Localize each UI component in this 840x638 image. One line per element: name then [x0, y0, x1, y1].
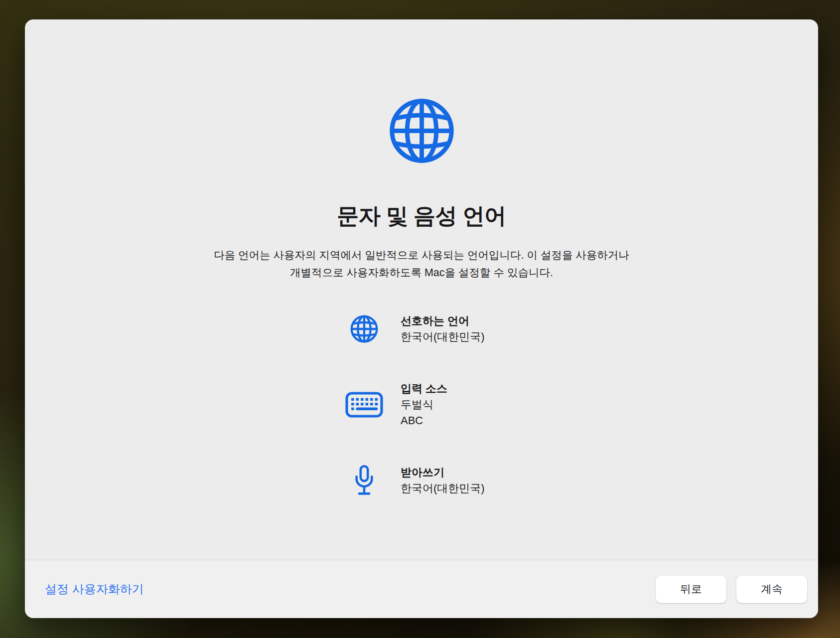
globe-icon: [387, 96, 456, 165]
dictation-label: 받아쓰기: [401, 465, 485, 480]
input-sources-row: 입력 소스 두벌식 ABC: [345, 381, 485, 429]
input-source-value-abc: ABC: [401, 413, 447, 429]
preferred-language-value: 한국어(대한민국): [401, 329, 485, 345]
microphone-icon: [345, 465, 383, 496]
continue-button[interactable]: 계속: [736, 576, 807, 603]
keyboard-icon: [345, 392, 383, 418]
globe-icon: [345, 314, 383, 344]
preferred-language-label: 선호하는 언어: [401, 313, 485, 329]
page-title: 문자 및 음성 언어: [25, 201, 818, 231]
dictation-text: 받아쓰기 한국어(대한민국): [401, 465, 485, 496]
back-button[interactable]: 뒤로: [656, 576, 726, 603]
language-settings-list: 선호하는 언어 한국어(대한민국): [345, 313, 485, 532]
setup-assistant-dialog: 문자 및 음성 언어 다음 언어는 사용자의 지역에서 일반적으로 사용되는 언…: [25, 19, 818, 618]
page-description-line2: 개별적으로 사용자화하도록 Mac을 설정할 수 있습니다.: [290, 267, 553, 279]
dictation-row: 받아쓰기 한국어(대한민국): [345, 465, 485, 496]
input-sources-text: 입력 소스 두벌식 ABC: [401, 381, 447, 429]
hero-section: 문자 및 음성 언어 다음 언어는 사용자의 지역에서 일반적으로 사용되는 언…: [25, 96, 818, 282]
customize-settings-link[interactable]: 설정 사용자화하기: [45, 581, 144, 597]
page-description-line1: 다음 언어는 사용자의 지역에서 일반적으로 사용되는 언어입니다. 이 설정을…: [214, 249, 629, 261]
preferred-language-row: 선호하는 언어 한국어(대한민국): [345, 313, 485, 345]
desktop-background: 문자 및 음성 언어 다음 언어는 사용자의 지역에서 일반적으로 사용되는 언…: [0, 0, 840, 638]
input-sources-label: 입력 소스: [401, 381, 447, 397]
page-description: 다음 언어는 사용자의 지역에서 일반적으로 사용되는 언어입니다. 이 설정을…: [25, 247, 818, 282]
dictation-value: 한국어(대한민국): [401, 480, 485, 496]
input-source-value-dubeolsik: 두벌식: [401, 397, 447, 413]
footer-buttons: 뒤로 계속: [656, 576, 807, 603]
preferred-language-text: 선호하는 언어 한국어(대한민국): [401, 313, 485, 345]
footer-bar: 설정 사용자화하기 뒤로 계속: [25, 560, 818, 618]
